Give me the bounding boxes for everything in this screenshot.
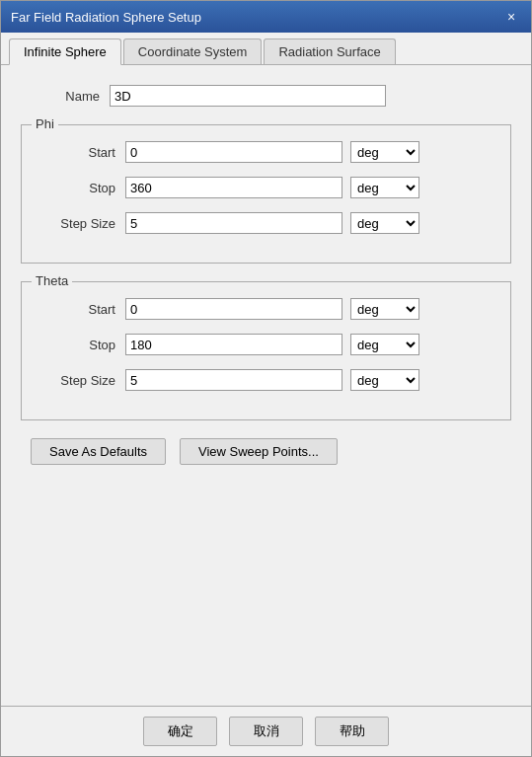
name-input[interactable] — [110, 85, 386, 107]
save-defaults-button[interactable]: Save As Defaults — [31, 438, 166, 465]
footer: 确定 取消 帮助 — [1, 706, 531, 756]
phi-start-unit[interactable]: deg rad grad — [350, 141, 419, 163]
phi-group-content: Start deg rad grad Stop deg rad grad — [37, 141, 495, 234]
theta-group-content: Start deg rad grad Stop deg rad grad — [37, 298, 495, 391]
tab-coordinate-system[interactable]: Coordinate System — [123, 38, 263, 64]
theta-start-row: Start deg rad grad — [37, 298, 495, 320]
phi-legend: Phi — [32, 116, 58, 131]
main-window: Far Field Radiation Sphere Setup × Infin… — [0, 0, 532, 757]
phi-stepsize-row: Step Size deg rad grad — [37, 212, 495, 234]
theta-start-unit[interactable]: deg rad grad — [350, 298, 419, 320]
phi-stop-row: Stop deg rad grad — [37, 177, 495, 198]
tab-infinite-sphere[interactable]: Infinite Sphere — [9, 38, 121, 65]
phi-stop-input[interactable] — [125, 177, 342, 198]
theta-stepsize-unit[interactable]: deg rad grad — [350, 369, 419, 391]
ok-button[interactable]: 确定 — [143, 717, 217, 746]
theta-stop-input[interactable] — [125, 334, 342, 355]
tab-bar: Infinite Sphere Coordinate System Radiat… — [1, 33, 531, 65]
help-button[interactable]: 帮助 — [315, 717, 389, 746]
phi-start-row: Start deg rad grad — [37, 141, 495, 163]
theta-stop-unit[interactable]: deg rad grad — [350, 334, 419, 355]
theta-legend: Theta — [32, 273, 72, 288]
theta-stepsize-input[interactable] — [125, 369, 342, 391]
phi-start-label: Start — [37, 145, 115, 160]
action-button-row: Save As Defaults View Sweep Points... — [21, 438, 511, 465]
theta-start-input[interactable] — [125, 298, 342, 320]
phi-start-input[interactable] — [125, 141, 342, 163]
phi-stepsize-input[interactable] — [125, 212, 342, 234]
phi-stop-label: Stop — [37, 181, 115, 195]
theta-start-label: Start — [37, 302, 115, 317]
theta-stepsize-label: Step Size — [37, 373, 115, 388]
theta-stop-label: Stop — [37, 338, 115, 352]
tab-radiation-surface[interactable]: Radiation Surface — [264, 38, 395, 64]
theta-group: Theta Start deg rad grad Stop deg — [21, 281, 511, 420]
theta-stepsize-row: Step Size deg rad grad — [37, 369, 495, 391]
phi-stepsize-label: Step Size — [37, 216, 115, 231]
window-title: Far Field Radiation Sphere Setup — [11, 10, 201, 25]
tab-content: Name Phi Start deg rad grad Stop — [1, 65, 531, 706]
view-sweep-button[interactable]: View Sweep Points... — [180, 438, 338, 465]
close-button[interactable]: × — [501, 7, 521, 27]
theta-stop-row: Stop deg rad grad — [37, 334, 495, 355]
phi-group: Phi Start deg rad grad Stop deg — [21, 124, 511, 264]
title-bar: Far Field Radiation Sphere Setup × — [1, 1, 531, 33]
name-row: Name — [21, 85, 511, 107]
phi-stepsize-unit[interactable]: deg rad grad — [350, 212, 419, 234]
cancel-button[interactable]: 取消 — [229, 717, 303, 746]
phi-stop-unit[interactable]: deg rad grad — [350, 177, 419, 198]
name-label: Name — [21, 89, 100, 104]
